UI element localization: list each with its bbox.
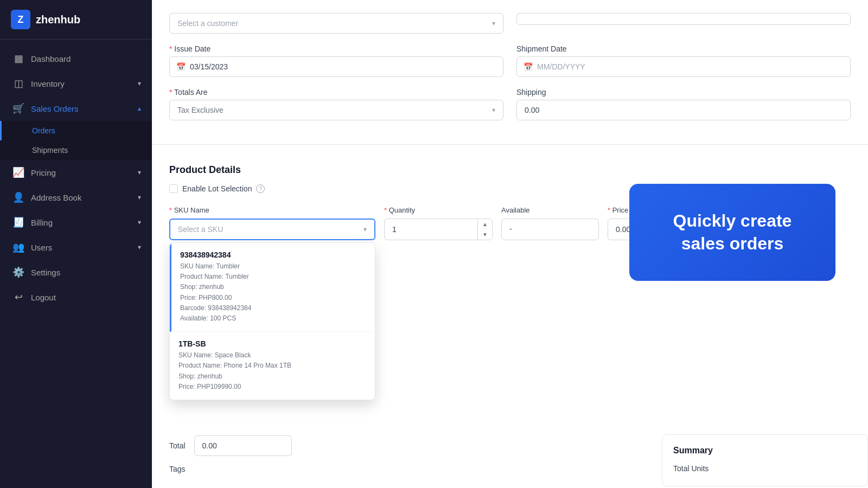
total-field: 0.00 xyxy=(194,435,292,456)
shipment-date-group: Shipment Date 📅 MM/DD/YYYY xyxy=(516,44,851,77)
inventory-icon: ◫ xyxy=(12,78,24,89)
summary-panel: Summary Total Units xyxy=(662,434,868,486)
totals-are-select[interactable]: Tax Exclusive ▾ xyxy=(169,100,503,120)
quantity-header: * Quantity xyxy=(384,206,493,214)
sidebar-item-label: Users xyxy=(31,243,52,252)
ref-group xyxy=(516,13,851,34)
customer-placeholder: Select a customer xyxy=(177,19,238,28)
quick-create-text: Quickly create sales orders xyxy=(651,210,814,255)
sidebar-item-orders[interactable]: Orders xyxy=(0,121,152,140)
chevron-down-icon: ▾ xyxy=(492,20,495,27)
shipments-label: Shipments xyxy=(32,146,68,155)
available-header: Available xyxy=(501,206,599,214)
sidebar-nav: ▦ Dashboard ◫ Inventory ▾ 🛒 Sales Orders… xyxy=(0,40,152,488)
customer-select[interactable]: Select a customer ▾ xyxy=(169,13,503,34)
address-book-icon: 👤 xyxy=(12,191,24,203)
app-name: zhenhub xyxy=(36,14,80,26)
logout-icon: ↩ xyxy=(12,291,24,303)
issue-date-group: * Issue Date 📅 03/15/2023 xyxy=(169,44,503,77)
quantity-input[interactable]: 1 ▲ ▼ xyxy=(384,219,493,240)
enable-lot-checkbox[interactable] xyxy=(169,184,178,193)
quantity-down-button[interactable]: ▼ xyxy=(478,229,492,240)
ref-input[interactable] xyxy=(516,13,851,25)
quantity-arrows: ▲ ▼ xyxy=(477,219,492,240)
customer-group: Select a customer ▾ xyxy=(169,13,503,34)
chevron-down-icon: ▾ xyxy=(138,243,141,251)
sidebar-item-users[interactable]: 👥 Users ▾ xyxy=(0,235,152,260)
sidebar-item-settings[interactable]: ⚙️ Settings xyxy=(0,260,152,285)
sidebar-item-shipments[interactable]: Shipments xyxy=(0,140,152,160)
logo-icon: Z xyxy=(11,10,30,29)
tags-label: Tags xyxy=(169,465,186,473)
sidebar-item-label: Sales Orders xyxy=(31,104,79,113)
main-content: Select a customer ▾ * Issue Date 📅 xyxy=(152,0,868,488)
chevron-down-icon: ▾ xyxy=(492,106,495,114)
sidebar-item-label: Settings xyxy=(31,268,60,277)
shipment-date-input[interactable]: 📅 MM/DD/YYYY xyxy=(516,56,851,77)
sidebar-item-billing[interactable]: 🧾 Billing ▾ xyxy=(0,210,152,235)
form-row-customer-ref: Select a customer ▾ xyxy=(169,13,851,34)
sidebar-item-label: Inventory xyxy=(31,79,65,88)
sidebar-item-label: Pricing xyxy=(31,168,56,177)
quantity-up-button[interactable]: ▲ xyxy=(478,219,492,229)
calendar-icon: 📅 xyxy=(524,62,533,71)
sku-select[interactable]: Select a SKU ▾ xyxy=(169,219,375,240)
dashboard-icon: ▦ xyxy=(12,53,24,65)
chevron-up-icon: ▴ xyxy=(138,105,141,112)
sidebar: Z zhenhub ▦ Dashboard ◫ Inventory ▾ 🛒 Sa… xyxy=(0,0,152,488)
settings-icon: ⚙️ xyxy=(12,266,24,278)
shipping-input[interactable]: 0.00 xyxy=(516,100,851,120)
sku-name-header: * SKU Name xyxy=(169,206,375,214)
quick-create-popup: Quickly create sales orders xyxy=(629,184,835,281)
dropdown-item-0[interactable]: 938438942384 SKU Name: Tumbler Product N… xyxy=(170,243,375,332)
logo: Z zhenhub xyxy=(0,0,152,40)
chevron-down-icon: ▾ xyxy=(138,169,141,176)
sidebar-item-inventory[interactable]: ◫ Inventory ▾ xyxy=(0,71,152,96)
total-label: Total xyxy=(169,441,186,450)
totals-are-group: * Totals Are Tax Exclusive ▾ xyxy=(169,88,503,120)
sidebar-item-dashboard[interactable]: ▦ Dashboard xyxy=(0,46,152,71)
chevron-down-icon: ▾ xyxy=(138,194,141,201)
sidebar-item-label: Address Book xyxy=(31,193,81,202)
shipment-date-placeholder: MM/DD/YYYY xyxy=(537,62,585,71)
form-row-dates: * Issue Date 📅 03/15/2023 Shipment Date … xyxy=(169,44,851,77)
dropdown-sku-0: 938438942384 xyxy=(180,251,366,259)
quantity-value: 1 xyxy=(385,220,477,239)
sidebar-item-label: Logout xyxy=(31,293,56,302)
sku-dropdown[interactable]: 938438942384 SKU Name: Tumbler Product N… xyxy=(169,242,375,400)
sales-orders-icon: 🛒 xyxy=(12,102,24,114)
summary-total-units: Total Units xyxy=(673,462,857,475)
sidebar-item-label: Dashboard xyxy=(31,54,71,63)
pricing-icon: 📈 xyxy=(12,166,24,178)
orders-label: Orders xyxy=(32,126,55,135)
sidebar-item-sales-orders[interactable]: 🛒 Sales Orders ▴ xyxy=(0,96,152,121)
calendar-icon: 📅 xyxy=(176,62,186,71)
issue-date-label: * Issue Date xyxy=(169,44,503,53)
billing-icon: 🧾 xyxy=(12,216,24,228)
users-icon: 👥 xyxy=(12,241,24,253)
chevron-down-icon: ▾ xyxy=(363,226,367,233)
issue-date-input[interactable]: 📅 03/15/2023 xyxy=(169,56,503,77)
sidebar-item-address-book[interactable]: 👤 Address Book ▾ xyxy=(0,185,152,210)
totals-are-label: * Totals Are xyxy=(169,88,503,97)
dropdown-item-1[interactable]: 1TB-SB SKU Name: Space Black Product Nam… xyxy=(170,332,375,400)
summary-title: Summary xyxy=(673,446,857,455)
sidebar-item-logout[interactable]: ↩ Logout xyxy=(0,285,152,310)
issue-date-value: 03/15/2023 xyxy=(190,62,228,71)
sidebar-item-pricing[interactable]: 📈 Pricing ▾ xyxy=(0,160,152,185)
form-row-totals-shipping: * Totals Are Tax Exclusive ▾ Shipping 0.… xyxy=(169,88,851,120)
available-field: - xyxy=(501,219,599,240)
dropdown-detail-1: SKU Name: Space Black Product Name: Phon… xyxy=(178,350,366,392)
info-icon: ? xyxy=(256,184,265,193)
shipment-date-label: Shipment Date xyxy=(516,44,851,53)
order-form-top: Select a customer ▾ * Issue Date 📅 xyxy=(152,0,868,145)
product-details-title: Product Details xyxy=(169,164,851,176)
shipping-label: Shipping xyxy=(516,88,851,97)
total-units-label: Total Units xyxy=(673,464,709,473)
dropdown-sku-1: 1TB-SB xyxy=(178,339,366,348)
chevron-down-icon: ▾ xyxy=(138,219,141,226)
sku-placeholder: Select a SKU xyxy=(178,225,223,234)
shipping-group: Shipping 0.00 xyxy=(516,88,851,120)
sidebar-item-label: Billing xyxy=(31,218,53,227)
dropdown-detail-0: SKU Name: Tumbler Product Name: Tumbler … xyxy=(180,261,366,324)
